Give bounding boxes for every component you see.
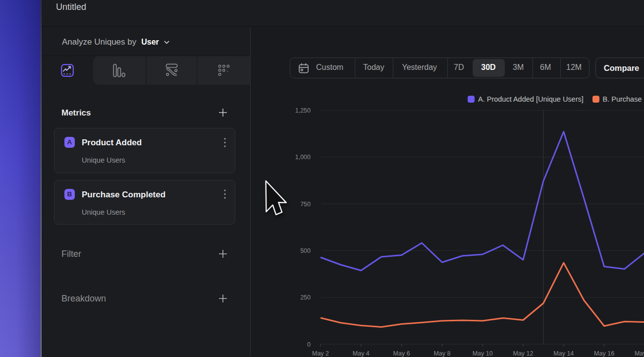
svg-text:May 16: May 16	[594, 350, 614, 357]
svg-text:May 10: May 10	[473, 350, 493, 357]
svg-text:May 8: May 8	[433, 350, 450, 357]
svg-text:250: 250	[300, 294, 311, 301]
svg-text:500: 500	[300, 247, 311, 254]
svg-text:May 18: May 18	[635, 350, 644, 357]
svg-text:1,000: 1,000	[295, 154, 311, 161]
svg-text:1,250: 1,250	[295, 107, 311, 114]
svg-text:May 6: May 6	[393, 350, 410, 357]
svg-text:May 4: May 4	[353, 350, 370, 357]
svg-text:May 2: May 2	[312, 350, 329, 357]
svg-text:750: 750	[300, 201, 311, 208]
svg-text:May 12: May 12	[513, 350, 534, 357]
svg-text:May 14: May 14	[553, 350, 574, 357]
svg-text:0: 0	[307, 341, 311, 348]
